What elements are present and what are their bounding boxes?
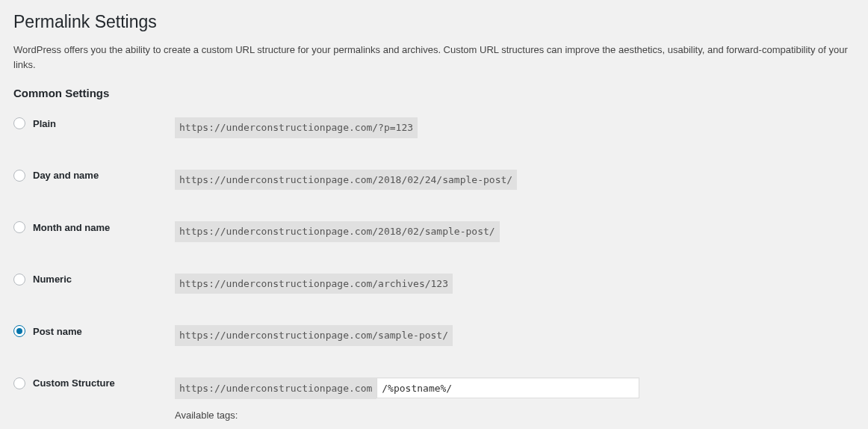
page-description: WordPress offers you the ability to crea… — [13, 43, 855, 72]
option-post-name: Post name https://underconstructionpage.… — [13, 325, 855, 346]
label-day-name[interactable]: Day and name — [33, 170, 99, 181]
option-plain-value: https://underconstructionpage.com/?p=123 — [175, 117, 855, 138]
radio-day-name[interactable] — [13, 170, 25, 182]
example-numeric: https://underconstructionpage.com/archiv… — [175, 274, 453, 294]
option-month-name: Month and name https://underconstruction… — [13, 221, 855, 242]
option-month-name-label-cell: Month and name — [13, 221, 175, 233]
label-post-name[interactable]: Post name — [33, 326, 82, 337]
example-month-name: https://underconstructionpage.com/2018/0… — [175, 221, 500, 242]
example-day-name: https://underconstructionpage.com/2018/0… — [175, 170, 517, 191]
option-day-name-label-cell: Day and name — [13, 170, 175, 182]
option-post-name-label-cell: Post name — [13, 325, 175, 337]
option-custom-value: https://underconstructionpage.com Availa… — [175, 377, 855, 430]
radio-custom[interactable] — [13, 377, 25, 389]
label-plain[interactable]: Plain — [33, 118, 56, 129]
label-numeric[interactable]: Numeric — [33, 274, 72, 285]
common-settings-heading: Common Settings — [13, 87, 855, 99]
option-numeric-value: https://underconstructionpage.com/archiv… — [175, 274, 855, 294]
option-custom-label-cell: Custom Structure — [13, 377, 175, 389]
option-day-name-value: https://underconstructionpage.com/2018/0… — [175, 170, 855, 191]
option-custom: Custom Structure https://underconstructi… — [13, 377, 855, 430]
page-title: Permalink Settings — [13, 12, 855, 32]
option-numeric-label-cell: Numeric — [13, 274, 175, 286]
example-post-name: https://underconstructionpage.com/sample… — [175, 325, 453, 346]
radio-month-name[interactable] — [13, 221, 25, 233]
label-custom[interactable]: Custom Structure — [33, 377, 115, 389]
radio-numeric[interactable] — [13, 274, 25, 286]
radio-plain[interactable] — [13, 117, 25, 129]
option-numeric: Numeric https://underconstructionpage.co… — [13, 274, 855, 294]
custom-base-url: https://underconstructionpage.com — [175, 377, 376, 400]
option-post-name-value: https://underconstructionpage.com/sample… — [175, 325, 855, 346]
custom-structure-input[interactable] — [376, 377, 639, 398]
label-month-name[interactable]: Month and name — [33, 222, 110, 233]
option-day-name: Day and name https://underconstructionpa… — [13, 170, 855, 191]
radio-post-name[interactable] — [13, 325, 25, 337]
option-month-name-value: https://underconstructionpage.com/2018/0… — [175, 221, 855, 242]
permalink-options: Plain https://underconstructionpage.com/… — [13, 117, 855, 429]
custom-structure-row: https://underconstructionpage.com — [175, 377, 855, 400]
option-plain-label-cell: Plain — [13, 117, 175, 129]
option-plain: Plain https://underconstructionpage.com/… — [13, 117, 855, 138]
available-tags-label: Available tags: — [175, 410, 855, 421]
example-plain: https://underconstructionpage.com/?p=123 — [175, 117, 418, 138]
